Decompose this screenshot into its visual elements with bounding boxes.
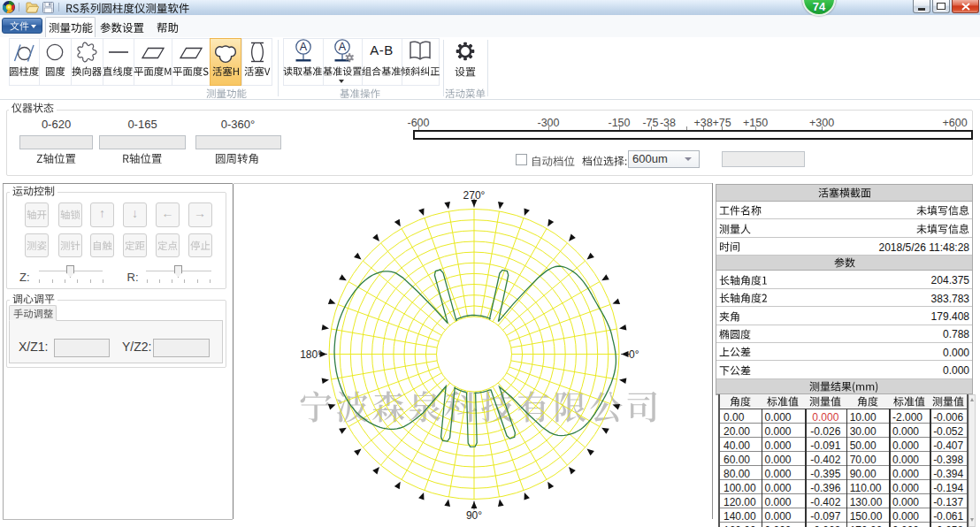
svg-text:A: A (338, 41, 346, 53)
svg-text:A: A (299, 41, 307, 53)
